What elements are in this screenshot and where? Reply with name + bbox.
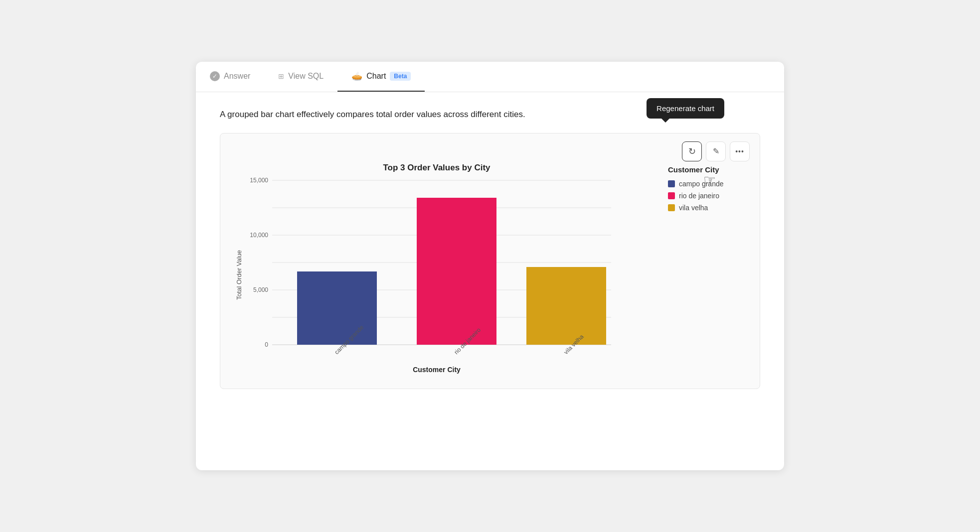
- more-button[interactable]: •••: [730, 141, 750, 161]
- beta-badge: Beta: [390, 72, 411, 81]
- regenerate-icon: ↻: [688, 146, 696, 157]
- bar-chart-svg: Top 3 Order Values by City Total Order V…: [232, 155, 641, 375]
- bar-campo-grande: [297, 271, 377, 345]
- x-axis-label: Customer City: [413, 366, 461, 374]
- ytick-0: 0: [265, 341, 268, 348]
- regenerate-button[interactable]: ↻ ☞: [682, 141, 702, 161]
- legend-item-campo-grande: campo grande: [668, 180, 748, 188]
- edit-icon: ✎: [713, 146, 719, 156]
- chart-svg-wrapper: Top 3 Order Values by City Total Order V…: [232, 145, 748, 377]
- legend-swatch-rio-de-janeiro: [668, 192, 675, 199]
- legend-label-vila-velha: vila velha: [679, 204, 708, 212]
- more-icon: •••: [735, 147, 744, 155]
- chart-legend: Customer City campo grande rio de janeir…: [668, 155, 748, 216]
- tab-viewsql-label: View SQL: [288, 72, 324, 81]
- legend-swatch-campo-grande: [668, 180, 675, 187]
- y-axis-label: Total Order Value: [235, 250, 243, 299]
- ytick-5000: 5,000: [253, 286, 268, 293]
- tab-bar: ✓ Answer ⊞ View SQL 🥧 Chart Beta: [196, 62, 784, 92]
- chart-actions: ↻ ☞ ✎ •••: [682, 141, 750, 161]
- chart-container: ↻ ☞ ✎ ••• Top 3 Order Values by City: [220, 133, 760, 389]
- legend-label-campo-grande: campo grande: [679, 180, 724, 188]
- legend-swatch-vila-velha: [668, 204, 675, 211]
- ytick-15000: 15,000: [250, 177, 268, 184]
- tab-chart[interactable]: 🥧 Chart Beta: [337, 62, 425, 92]
- pie-icon: 🥧: [351, 71, 362, 82]
- check-icon: ✓: [210, 71, 220, 81]
- tab-chart-label: Chart: [366, 72, 386, 81]
- legend-title: Customer City: [668, 165, 748, 174]
- regenerate-tooltip: Regenerate chart: [647, 98, 724, 119]
- bar-vila-velha: [526, 267, 606, 345]
- tab-answer-label: Answer: [224, 72, 250, 81]
- bar-rio-de-janeiro: [417, 198, 496, 345]
- chart-title: Top 3 Order Values by City: [383, 163, 490, 172]
- tab-answer[interactable]: ✓ Answer: [196, 62, 264, 92]
- ytick-10000: 10,000: [250, 232, 268, 239]
- chart-area: Top 3 Order Values by City Total Order V…: [232, 155, 652, 377]
- legend-item-vila-velha: vila velha: [668, 204, 748, 212]
- legend-label-rio-de-janeiro: rio de janeiro: [679, 192, 719, 200]
- edit-button[interactable]: ✎: [706, 141, 726, 161]
- sql-icon: ⊞: [278, 72, 284, 80]
- tab-viewsql[interactable]: ⊞ View SQL: [264, 62, 337, 92]
- legend-item-rio-de-janeiro: rio de janeiro: [668, 192, 748, 200]
- content-area: A grouped bar chart effectively compares…: [196, 92, 784, 413]
